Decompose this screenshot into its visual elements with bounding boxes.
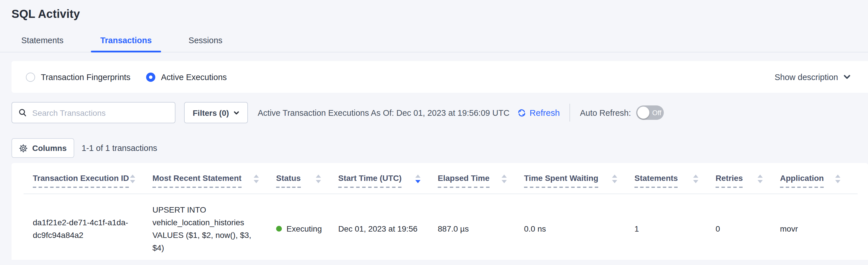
toggle-state-label: Off — [652, 109, 661, 117]
column-header-retries[interactable]: Retries — [716, 173, 780, 193]
cell-elapsed-time: 887.0 µs — [438, 194, 524, 260]
sort-icon[interactable] — [612, 175, 617, 183]
gear-icon — [19, 144, 28, 152]
radio-option-active-executions[interactable]: Active Executions — [146, 72, 227, 81]
cell-transaction-execution-id: da1f21e2-de71-4c1f-a1da-dc9fc94a84a2 — [24, 194, 152, 260]
page-title: SQL Activity — [0, 0, 868, 21]
view-mode-card: Transaction Fingerprints Active Executio… — [11, 61, 868, 93]
columns-button[interactable]: Columns — [11, 138, 74, 158]
column-header-application[interactable]: Application — [780, 173, 858, 193]
cell-retries: 0 — [716, 194, 780, 260]
status-text: Executing — [286, 222, 322, 235]
view-mode-radio-group: Transaction Fingerprints Active Executio… — [26, 72, 227, 81]
show-description-label: Show description — [775, 72, 838, 81]
sort-icon[interactable] — [757, 175, 763, 183]
radio-button-selected[interactable] — [146, 72, 155, 81]
auto-refresh-label: Auto Refresh: — [580, 108, 631, 117]
toolbar: Filters (0) Active Transaction Execution… — [11, 102, 868, 123]
cell-status: Executing — [276, 194, 338, 260]
column-header-elapsed-time[interactable]: Elapsed Time — [438, 173, 524, 193]
result-count: 1-1 of 1 transactions — [82, 143, 157, 153]
tab-bar: Statements Transactions Sessions — [0, 30, 868, 52]
cell-statements: 1 — [634, 194, 716, 260]
filters-button[interactable]: Filters (0) — [184, 102, 248, 123]
search-icon — [19, 108, 27, 117]
columns-button-label: Columns — [32, 143, 67, 153]
show-description-toggle[interactable]: Show description — [775, 72, 851, 81]
column-header-time-spent-waiting[interactable]: Time Spent Waiting — [524, 173, 634, 193]
cell-most-recent-statement: UPSERT INTO vehicle_location_histories V… — [152, 194, 276, 260]
chevron-down-icon — [843, 73, 851, 81]
cell-time-spent-waiting: 0.0 ns — [524, 194, 634, 260]
status-executing-dot — [276, 226, 282, 232]
toolbar-divider — [569, 104, 570, 122]
sort-icon[interactable] — [502, 175, 507, 183]
cell-application: movr — [780, 194, 858, 260]
radio-option-transaction-fingerprints[interactable]: Transaction Fingerprints — [26, 72, 131, 81]
search-input[interactable] — [32, 108, 168, 117]
tab-sessions[interactable]: Sessions — [180, 30, 232, 52]
table-header-row: Transaction Execution ID Most Recent Sta… — [24, 163, 858, 194]
sql-activity-page: SQL Activity Statements Transactions Ses… — [0, 0, 868, 265]
cell-start-time: Dec 01, 2023 at 19:56 — [338, 194, 438, 260]
sort-icon[interactable] — [835, 175, 840, 183]
sort-icon[interactable] — [316, 175, 321, 183]
tab-transactions[interactable]: Transactions — [91, 30, 161, 52]
refresh-button[interactable]: Refresh — [517, 108, 560, 117]
sort-icon[interactable] — [693, 175, 698, 183]
column-header-transaction-execution-id[interactable]: Transaction Execution ID — [24, 173, 152, 193]
transactions-table-card: Transaction Execution ID Most Recent Sta… — [11, 163, 868, 260]
search-box[interactable] — [11, 102, 176, 123]
as-of-timestamp-text: Active Transaction Executions As Of: Dec… — [258, 108, 509, 117]
table-row: da1f21e2-de71-4c1f-a1da-dc9fc94a84a2 UPS… — [24, 194, 858, 260]
radio-label: Transaction Fingerprints — [41, 72, 131, 81]
toggle-knob — [637, 107, 649, 119]
refresh-icon — [517, 108, 526, 117]
column-header-start-time[interactable]: Start Time (UTC) — [338, 173, 438, 193]
tab-statements[interactable]: Statements — [12, 30, 73, 52]
column-header-most-recent-statement[interactable]: Most Recent Statement — [152, 173, 276, 193]
column-header-status[interactable]: Status — [276, 173, 338, 193]
radio-label: Active Executions — [161, 72, 227, 81]
table-controls: Columns 1-1 of 1 transactions — [11, 138, 868, 158]
transactions-table: Transaction Execution ID Most Recent Sta… — [24, 163, 858, 260]
radio-button[interactable] — [26, 72, 35, 81]
sort-icon-descending[interactable] — [415, 175, 421, 183]
sort-icon[interactable] — [254, 175, 259, 183]
column-header-statements[interactable]: Statements — [634, 173, 716, 193]
refresh-label: Refresh — [529, 108, 560, 117]
sort-icon[interactable] — [130, 175, 135, 183]
filters-label: Filters (0) — [193, 108, 229, 117]
auto-refresh-toggle[interactable]: Off — [636, 105, 664, 120]
chevron-down-icon — [234, 110, 239, 115]
